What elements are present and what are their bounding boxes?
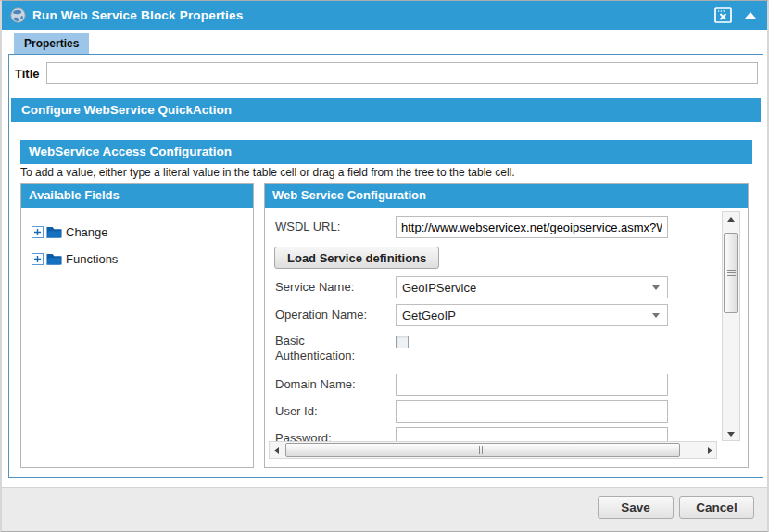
dialog-title: Run Web Service Block Properties (32, 8, 243, 22)
password-input[interactable] (396, 427, 668, 442)
scroll-right-icon[interactable] (703, 442, 716, 458)
available-fields-header: Available Fields (21, 184, 253, 208)
title-input[interactable] (46, 62, 758, 84)
vertical-scrollbar-thumb[interactable] (724, 233, 738, 313)
load-service-definitions-button[interactable]: Load Service definitions (274, 247, 439, 269)
service-name-dropdown[interactable]: GeoIPService (396, 276, 668, 298)
scroll-left-icon[interactable] (270, 442, 283, 458)
fields-tree: Change Functions (21, 208, 253, 268)
tree-item-change[interactable]: Change (32, 222, 253, 241)
globe-icon (10, 7, 26, 23)
service-name-label: Service Name: (275, 280, 354, 295)
title-row: Title (15, 62, 758, 84)
domain-name-input[interactable] (396, 374, 668, 396)
user-id-input[interactable] (396, 400, 668, 423)
operation-name-label: Operation Name: (275, 308, 367, 323)
tab-properties[interactable]: Properties (14, 33, 89, 54)
cancel-button[interactable]: Cancel (679, 496, 754, 519)
run-web-service-block-properties-dialog: Run Web Service Block Properties Propert… (0, 0, 769, 532)
close-window-icon[interactable] (714, 7, 732, 23)
horizontal-scrollbar-thumb[interactable] (285, 443, 680, 457)
collapse-up-icon[interactable] (745, 12, 756, 19)
tab-bar: Properties (2, 30, 767, 54)
service-name-value: GeoIPService (402, 281, 476, 295)
domain-name-label: Domain Name: (275, 377, 356, 392)
tree-item-functions[interactable]: Functions (32, 249, 253, 268)
wsdl-url-input[interactable] (396, 216, 668, 238)
vertical-scrollbar[interactable] (722, 211, 740, 441)
basic-authentication-checkbox[interactable] (396, 336, 409, 348)
web-service-configuration-body: WSDL URL: Load Service definitions Servi… (265, 208, 748, 467)
tree-item-label: Change (66, 225, 108, 239)
dialog-footer: Save Cancel (2, 487, 767, 531)
expand-plus-icon[interactable] (32, 253, 44, 265)
tree-item-label: Functions (66, 252, 118, 266)
properties-panel: Title Configure WebService QuickAction W… (8, 54, 763, 478)
operation-name-dropdown[interactable]: GetGeoIP (396, 304, 668, 326)
user-id-label: User Id: (275, 404, 318, 419)
available-fields-panel: Available Fields C (20, 183, 254, 468)
folder-icon (46, 226, 62, 238)
save-button[interactable]: Save (598, 496, 674, 519)
web-service-configuration-panel: Web Service Configuration WSDL URL: Load… (264, 183, 749, 468)
expand-plus-icon[interactable] (32, 226, 44, 238)
scroll-down-icon[interactable] (723, 427, 739, 440)
operation-name-value: GetGeoIP (402, 309, 456, 323)
folder-icon (46, 253, 62, 265)
dropdown-arrow-icon (652, 285, 660, 290)
horizontal-scrollbar[interactable] (269, 441, 717, 459)
instruction-text: To add a value, either type a literal va… (20, 166, 752, 179)
title-label: Title (15, 67, 46, 81)
scroll-up-icon[interactable] (723, 212, 739, 225)
webservice-access-configuration-header: WebService Access Configuration (20, 140, 752, 164)
dialog-titlebar: Run Web Service Block Properties (2, 1, 767, 30)
wsdl-url-label: WSDL URL: (275, 220, 340, 234)
basic-authentication-label: Basic Authentication: (275, 334, 382, 363)
configure-quickaction-header: Configure WebService QuickAction (11, 98, 761, 122)
web-service-form: WSDL URL: Load Service definitions Servi… (265, 208, 748, 442)
dropdown-arrow-icon (652, 313, 660, 318)
web-service-configuration-header: Web Service Configuration (265, 184, 748, 208)
